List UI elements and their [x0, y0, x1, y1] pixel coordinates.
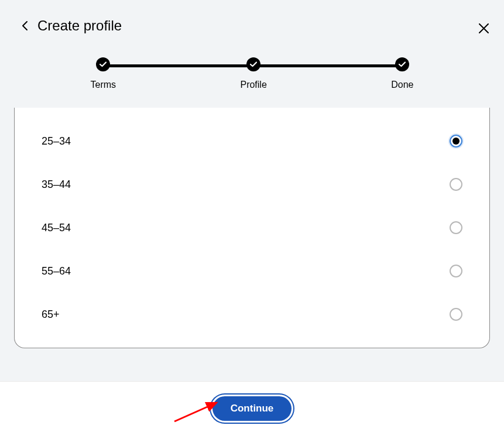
continue-button[interactable]: Continue [211, 395, 294, 423]
step-circle-completed [96, 57, 110, 71]
chevron-left-icon [22, 20, 28, 31]
option-label: 25–34 [42, 135, 71, 148]
header: Create profile [0, 0, 504, 46]
age-option-45-54[interactable]: 45–54 [15, 206, 489, 249]
radio-unselected[interactable] [450, 221, 462, 234]
step-terms: Terms [91, 57, 116, 90]
footer: Continue [0, 381, 504, 439]
age-options-panel: 25–34 35–44 45–54 55–64 65+ [14, 108, 490, 348]
check-icon [399, 61, 406, 67]
radio-unselected[interactable] [450, 265, 462, 277]
age-option-55-64[interactable]: 55–64 [15, 249, 489, 293]
close-icon [479, 23, 489, 33]
option-label: 55–64 [42, 265, 71, 277]
age-option-65-plus[interactable]: 65+ [15, 293, 489, 336]
step-label: Profile [240, 80, 266, 90]
age-option-25-34[interactable]: 25–34 [15, 119, 489, 163]
page-title: Create profile [37, 18, 122, 34]
back-button[interactable] [18, 19, 32, 33]
step-circle-completed [395, 57, 409, 71]
age-option-35-44[interactable]: 35–44 [15, 163, 489, 206]
close-button[interactable] [476, 21, 491, 35]
option-label: 45–54 [42, 222, 71, 234]
step-label: Done [391, 80, 413, 90]
check-icon [250, 61, 257, 67]
option-label: 35–44 [42, 179, 71, 191]
radio-unselected[interactable] [450, 178, 462, 191]
radio-selected[interactable] [450, 135, 462, 148]
step-profile: Profile [240, 57, 266, 90]
step-circle-completed [246, 57, 260, 71]
step-done: Done [391, 57, 413, 90]
option-label: 65+ [42, 308, 60, 321]
step-label: Terms [91, 80, 116, 90]
progress-stepper: Terms Profile Done [0, 46, 504, 108]
radio-unselected[interactable] [450, 308, 462, 321]
check-icon [100, 61, 107, 67]
